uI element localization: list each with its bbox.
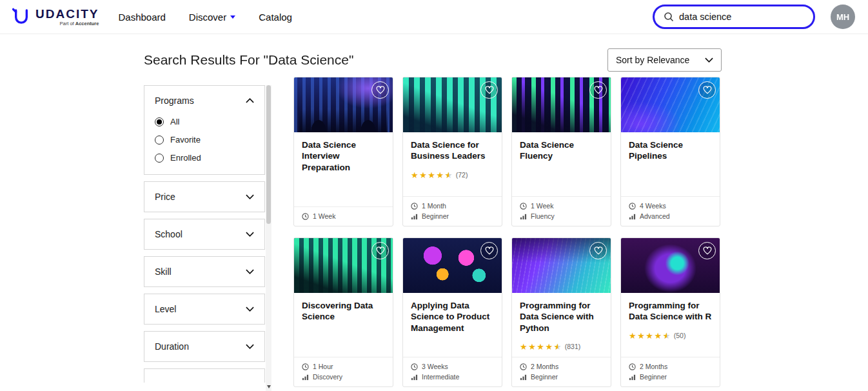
- radio-icon[interactable]: [155, 117, 164, 126]
- course-card[interactable]: Data Science Interview Preparation1 Week: [293, 77, 393, 226]
- nav-link-catalog[interactable]: Catalog: [259, 12, 292, 23]
- filter-label: School: [155, 229, 182, 239]
- scrollbar-down-arrow[interactable]: [266, 383, 271, 390]
- udacity-logo[interactable]: UDACITY Part of Accenture: [12, 7, 99, 26]
- card-duration: 1 Week: [520, 202, 603, 210]
- card-footer: 3 WeeksIntermediate: [403, 357, 502, 386]
- favorite-button[interactable]: [698, 242, 716, 259]
- star-full-icon: ★: [545, 343, 553, 351]
- card-body: Data Science Interview Preparation: [294, 132, 393, 206]
- filter-section-price: Price: [144, 181, 265, 212]
- favorite-button[interactable]: [698, 81, 716, 99]
- card-body: Programming for Data Science with Python…: [512, 293, 611, 357]
- chevron-down-icon: [705, 57, 713, 63]
- card-duration: 2 Months: [520, 363, 603, 370]
- teal-bars-art: [403, 77, 502, 132]
- star-half-icon: ★★: [445, 171, 453, 179]
- course-card[interactable]: Data Science Pipelines4 WeeksAdvanced: [620, 77, 720, 226]
- course-card[interactable]: Programming for Data Science with Python…: [511, 237, 611, 387]
- course-card[interactable]: Applying Data Science to Product Managem…: [402, 237, 502, 387]
- course-card[interactable]: Data Science for Business Leaders★★★★★★(…: [402, 77, 502, 226]
- star-full-icon: ★: [419, 171, 427, 179]
- chevron-down-icon: [246, 269, 254, 274]
- filter-section-programs: Programs AllFavoriteEnrolled: [144, 85, 265, 175]
- dropdown-triangle-icon: [230, 15, 235, 19]
- program-options: AllFavoriteEnrolled: [144, 115, 264, 174]
- search-box[interactable]: [653, 5, 815, 29]
- logo-text: UDACITY Part of Accenture: [35, 8, 99, 26]
- chevron-down-icon: [246, 306, 254, 312]
- favorite-button[interactable]: [589, 81, 607, 99]
- filter-section-partial[interactable]: [144, 368, 265, 383]
- course-title: Data Science Fluency: [520, 139, 603, 162]
- filter-option-label: Enrolled: [170, 153, 201, 163]
- radio-icon[interactable]: [155, 135, 164, 145]
- sidebar-scrollbar[interactable]: [266, 85, 271, 391]
- favorite-button[interactable]: [371, 242, 389, 259]
- filter-option-favorite[interactable]: Favorite: [155, 135, 254, 145]
- clock-icon: [302, 213, 309, 220]
- chevron-down-icon: [246, 232, 254, 237]
- star-full-icon: ★: [411, 171, 419, 179]
- heart-icon: [703, 86, 712, 94]
- page-header: Search Results For "Data Science" Sort b…: [144, 48, 722, 72]
- star-full-icon: ★: [637, 332, 645, 340]
- filter-section-level-header[interactable]: Level: [144, 294, 264, 324]
- filter-label: Duration: [155, 341, 189, 352]
- card-body: Discovering Data Science: [294, 293, 393, 357]
- clock-icon: [629, 203, 636, 210]
- course-rating: ★★★★★★(50): [629, 332, 712, 340]
- scrollbar-thumb[interactable]: [266, 85, 271, 224]
- course-card[interactable]: Discovering Data Science1 HourDiscovery: [293, 237, 393, 387]
- nav-links: DashboardDiscoverCatalog: [118, 12, 291, 23]
- filter-section-programs-header[interactable]: Programs: [144, 86, 264, 115]
- course-title: Applying Data Science to Product Managem…: [411, 300, 494, 334]
- card-level: Beginner: [411, 212, 494, 220]
- card-level: Discovery: [302, 373, 385, 381]
- favorite-button[interactable]: [589, 242, 607, 259]
- pie-cylinders-art: [403, 238, 502, 293]
- card-body: Applying Data Science to Product Managem…: [403, 293, 502, 357]
- brand-subtitle: Part of Accenture: [60, 21, 99, 26]
- card-body: Data Science Fluency: [512, 132, 611, 196]
- filter-option-all[interactable]: All: [155, 117, 254, 126]
- favorite-button[interactable]: [480, 81, 498, 99]
- filter-section-school-header[interactable]: School: [144, 219, 264, 249]
- favorite-button[interactable]: [371, 81, 389, 99]
- card-footer: 4 WeeksAdvanced: [621, 196, 720, 226]
- filter-section-skill-header[interactable]: Skill: [144, 257, 264, 286]
- course-card[interactable]: Programming for Data Science with R★★★★★…: [620, 237, 720, 387]
- data-flow-art: [621, 77, 720, 132]
- filter-option-label: All: [170, 117, 179, 126]
- card-footer: 2 MonthsBeginner: [512, 357, 611, 386]
- filters-sidebar: Programs AllFavoriteEnrolled PriceSchool…: [144, 85, 271, 389]
- card-level: Beginner: [520, 373, 603, 381]
- level-bars-icon: [629, 374, 636, 381]
- rating-count: (831): [565, 343, 581, 350]
- filter-section-duration-header[interactable]: Duration: [144, 332, 264, 361]
- filter-label: Skill: [155, 266, 172, 277]
- radio-icon[interactable]: [155, 154, 164, 163]
- heart-icon: [594, 246, 603, 255]
- sort-dropdown[interactable]: Sort by Relevance: [607, 48, 722, 72]
- level-bars-icon: [302, 374, 309, 381]
- udacity-u-icon: [12, 7, 31, 26]
- card-duration: 2 Months: [629, 363, 712, 370]
- filter-option-enrolled[interactable]: Enrolled: [155, 153, 254, 163]
- filter-label: Price: [155, 192, 175, 202]
- favorite-button[interactable]: [480, 242, 498, 259]
- avatar[interactable]: MH: [831, 5, 855, 29]
- heart-icon: [376, 246, 385, 255]
- clock-icon: [629, 363, 636, 370]
- star-full-icon: ★: [537, 343, 544, 351]
- filter-section-price-header[interactable]: Price: [144, 182, 264, 212]
- course-title: Discovering Data Science: [302, 300, 385, 323]
- filter-option-label: Favorite: [170, 135, 201, 145]
- course-card[interactable]: Data Science Fluency1 WeekFluency: [511, 77, 611, 226]
- search-input[interactable]: [679, 12, 789, 22]
- nav-link-discover[interactable]: Discover: [189, 12, 235, 23]
- clock-icon: [411, 363, 418, 370]
- nav-link-dashboard[interactable]: Dashboard: [118, 12, 165, 23]
- search-icon: [664, 12, 674, 22]
- green-grid-art: [294, 238, 393, 293]
